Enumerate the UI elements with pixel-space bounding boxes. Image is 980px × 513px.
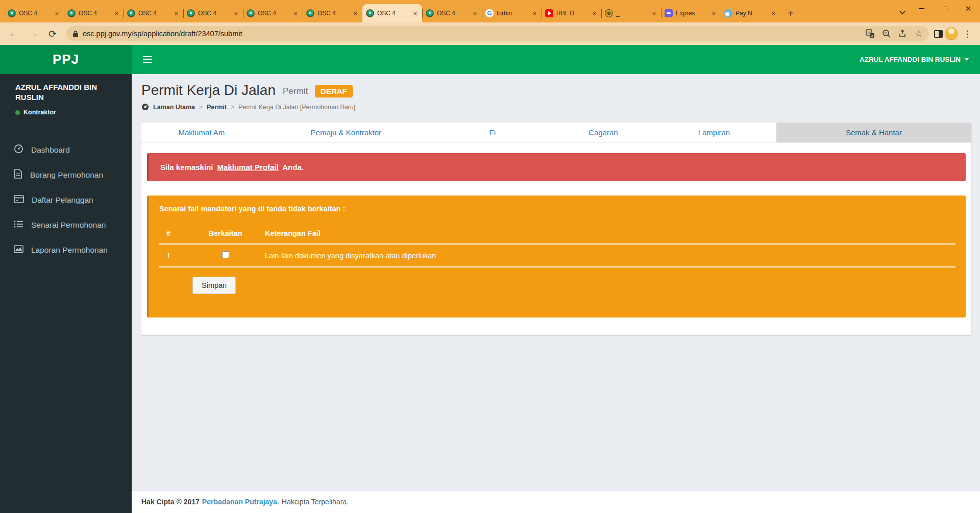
tab-close-icon[interactable]: × bbox=[113, 10, 120, 17]
address-bar[interactable]: osc.ppj.gov.my/sp/application/draft/2340… bbox=[66, 26, 929, 41]
url-text[interactable]: osc.ppj.gov.my/sp/application/draft/2340… bbox=[83, 30, 862, 38]
back-button[interactable]: ← bbox=[5, 25, 22, 42]
forward-button[interactable]: → bbox=[24, 25, 42, 42]
profile-link[interactable]: Maklumat Profail bbox=[217, 163, 279, 172]
tab-close-icon[interactable]: × bbox=[770, 10, 777, 17]
browser-tab[interactable]: RBL D × bbox=[542, 4, 601, 22]
browser-tab[interactable]: OSC 4 × bbox=[4, 4, 64, 22]
zoom-icon[interactable] bbox=[882, 29, 891, 38]
sidebar-item-daftar-pelanggan[interactable]: Daftar Pelanggan bbox=[0, 187, 132, 212]
panel-title: Senarai fail mandatori yang di tanda tid… bbox=[159, 205, 955, 213]
sidebar-item-label: Borang Permohonan bbox=[30, 170, 103, 180]
browser-tab[interactable]: OSC 4 × bbox=[64, 4, 124, 22]
form-tab-maklumat-am[interactable]: Maklumat Am bbox=[141, 123, 262, 142]
tab-search-chevron-icon[interactable] bbox=[895, 5, 910, 19]
form-tab-lampiran[interactable]: Lampiran bbox=[652, 123, 776, 142]
tab-close-icon[interactable]: × bbox=[471, 10, 478, 17]
browser-tab[interactable]: Expres × bbox=[661, 4, 721, 22]
status-dot-icon bbox=[15, 110, 20, 115]
browser-tab[interactable]: turbin × bbox=[482, 4, 542, 22]
tab-title: OSC 4 bbox=[79, 10, 110, 17]
browser-tab-strip: OSC 4 × OSC 4 × OSC 4 × OSC 4 × OSC 4 × bbox=[0, 0, 980, 22]
osc-logo-favicon bbox=[426, 9, 434, 17]
translate-icon[interactable]: Aa bbox=[866, 29, 875, 38]
profile-avatar[interactable] bbox=[945, 27, 958, 40]
window-restore-button[interactable] bbox=[933, 0, 957, 17]
browser-tab[interactable]: OSC 4 × bbox=[303, 4, 362, 22]
form-tab-pemaju-kontraktor[interactable]: Pemaju & Kontraktor bbox=[262, 123, 430, 142]
tab-title: turbin bbox=[497, 10, 528, 17]
tab-close-icon[interactable]: × bbox=[591, 10, 598, 17]
breadcrumb-item: Permit Kerja Di Jalan [Permohonan Baru] bbox=[238, 104, 355, 111]
window-close-button[interactable]: ✕ bbox=[957, 0, 980, 17]
berkaitan-checkbox[interactable] bbox=[222, 251, 229, 258]
share-icon[interactable] bbox=[898, 29, 908, 38]
window-minimize-button[interactable] bbox=[910, 0, 933, 17]
column-header: Keterangan Fail bbox=[260, 223, 955, 244]
browser-tab[interactable]: OSC 4 × bbox=[422, 4, 482, 22]
breadcrumb-item[interactable]: Permit bbox=[207, 104, 227, 111]
tab-close-icon[interactable]: × bbox=[232, 10, 239, 17]
list-icon bbox=[14, 220, 23, 230]
express-vpn-favicon bbox=[665, 9, 673, 17]
footer: Hak Cipta © 2017 Perbadanan Putrajaya. H… bbox=[132, 490, 980, 513]
column-header: # bbox=[159, 223, 191, 244]
page-subtitle: Permit bbox=[283, 84, 308, 96]
bookmark-star-icon[interactable]: ☆ bbox=[915, 29, 923, 38]
header-user-name: AZRUL AFFANDDI BIN RUSLIN bbox=[860, 56, 961, 63]
browser-tab[interactable]: OSC 4 × bbox=[362, 4, 422, 22]
form-tab-semak-hantar[interactable]: Semak & Hantar bbox=[776, 123, 971, 142]
sidebar-item-laporan-permohonan[interactable]: Laporan Permohonan bbox=[0, 237, 132, 262]
gold-emblem-favicon bbox=[605, 9, 613, 17]
footer-copyright: Hak Cipta © 2017 bbox=[141, 498, 200, 506]
browser-tab[interactable]: _ × bbox=[601, 4, 661, 22]
table-row: 1 Lain-lain dokumen yang disyaratkan ata… bbox=[159, 244, 955, 267]
sidebar-user-name: AZRUL AFFANDDI BIN RUSLIN bbox=[15, 82, 122, 102]
save-button[interactable]: Simpan bbox=[192, 277, 236, 294]
tab-close-icon[interactable]: × bbox=[710, 10, 717, 17]
tab-close-icon[interactable]: × bbox=[53, 10, 60, 17]
browser-tab[interactable]: OSC 4 × bbox=[183, 4, 243, 22]
form-tab-cagaran[interactable]: Cagaran bbox=[555, 123, 652, 142]
tab-close-icon[interactable]: × bbox=[292, 10, 299, 17]
tab-close-icon[interactable]: × bbox=[650, 10, 657, 17]
dashboard-icon bbox=[141, 103, 149, 111]
tab-title: Expres bbox=[676, 10, 707, 17]
browser-tab[interactable]: OSC 4 × bbox=[243, 4, 303, 22]
tab-close-icon[interactable]: × bbox=[531, 10, 538, 17]
sidebar-item-senarai-permohonan[interactable]: Senarai Permohonan bbox=[0, 212, 132, 237]
tab-close-icon[interactable]: × bbox=[173, 10, 180, 17]
sidebar-toggle-icon[interactable] bbox=[143, 56, 152, 63]
tab-close-icon[interactable]: × bbox=[352, 10, 359, 17]
browser-window: OSC 4 × OSC 4 × OSC 4 × OSC 4 × OSC 4 × bbox=[0, 0, 980, 513]
side-panel-icon[interactable] bbox=[934, 30, 943, 38]
browser-tab[interactable]: Pay N × bbox=[721, 4, 780, 22]
footer-link[interactable]: Perbadanan Putrajaya. bbox=[202, 498, 279, 506]
new-tab-button[interactable]: + bbox=[783, 6, 798, 20]
sidebar-item-borang-permohonan[interactable]: Borang Permohonan bbox=[0, 162, 132, 187]
browser-tab[interactable]: OSC 4 × bbox=[124, 4, 183, 22]
sidebar-menu: Dashboard Borang Permohonan Daftar Pelan… bbox=[0, 137, 132, 262]
sidebar-user-role: Kontraktor bbox=[23, 109, 56, 116]
main-column: Permit Kerja Di Jalan Permit DERAF Laman… bbox=[132, 74, 980, 513]
breadcrumb-item[interactable]: Laman Utama bbox=[153, 104, 195, 111]
tab-title: OSC 4 bbox=[317, 10, 349, 17]
form-tab-label: Semak & Hantar bbox=[846, 128, 902, 137]
sidebar-item-label: Laporan Permohonan bbox=[31, 246, 108, 255]
mandatory-files-panel: Senarai fail mandatori yang di tanda tid… bbox=[147, 196, 966, 317]
lock-icon bbox=[72, 30, 79, 38]
mandatory-files-table: #BerkaitanKeterangan Fail 1 Lain-lain do… bbox=[159, 223, 955, 267]
breadcrumb-separator: > bbox=[199, 104, 203, 111]
sidebar: AZRUL AFFANDDI BIN RUSLIN Kontraktor Das… bbox=[0, 74, 132, 513]
ppj-logo[interactable]: PPJ bbox=[0, 45, 132, 74]
osc-logo-favicon bbox=[127, 9, 135, 17]
form-tab-fi[interactable]: Fi bbox=[430, 123, 555, 142]
sidebar-item-dashboard[interactable]: Dashboard bbox=[0, 137, 132, 162]
browser-menu-icon[interactable]: ⋮ bbox=[960, 29, 975, 39]
page-title: Permit Kerja Di Jalan bbox=[141, 82, 276, 99]
tab-close-icon[interactable]: × bbox=[411, 10, 419, 17]
user-menu[interactable]: AZRUL AFFANDDI BIN RUSLIN bbox=[860, 56, 969, 63]
form-tab-label: Maklumat Am bbox=[178, 128, 225, 137]
tab-title: Pay N bbox=[736, 10, 767, 17]
reload-button[interactable]: ⟳ bbox=[44, 25, 61, 42]
